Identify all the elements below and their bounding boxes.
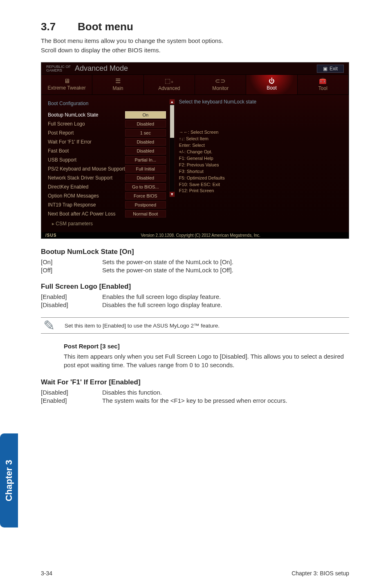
option-description: [On]Sets the power-on state of the NumLo…	[41, 258, 349, 265]
footer-chapter: Chapter 3: BIOS setup	[291, 570, 349, 577]
option-row[interactable]: Next Boot after AC Power LossNormal Boot	[47, 209, 167, 218]
list-icon: ☰	[94, 77, 141, 85]
monitor-icon: ⊂⊃	[197, 77, 244, 85]
intro-line: The Boot menu items allow you to change …	[41, 36, 349, 46]
bios-section-title: Boot Configuration	[47, 99, 167, 110]
option-description: [Enabled]Enables the full screen logo di…	[41, 293, 349, 300]
bios-mode: Advanced Mode	[75, 64, 128, 73]
exit-button[interactable]: ▣ Exit	[317, 65, 344, 73]
option-row[interactable]: Post Report1 sec	[47, 128, 167, 137]
option-description: [Enabled]The system waits for the <F1> k…	[41, 397, 349, 404]
note-icon: ✎	[43, 317, 55, 334]
page-number: 3-34	[41, 570, 52, 577]
submenu-csm[interactable]: CSM parameters	[47, 221, 167, 227]
scroll-thumb[interactable]	[170, 105, 174, 138]
tab-tool[interactable]: 🧰Tool	[298, 75, 349, 94]
bios-brand: REPUBLIC OF GAMERS	[46, 65, 71, 72]
body-text: This item appears only when you set Full…	[64, 352, 349, 369]
note-callout: ✎ Set this item to [Enabled] to use the …	[41, 317, 349, 334]
intro-text: The Boot menu items allow you to change …	[41, 36, 349, 55]
option-row[interactable]: Fast BootDisabled	[47, 146, 167, 155]
exit-icon: ▣	[323, 66, 327, 72]
option-row[interactable]: Full Screen LogoDisabled	[47, 119, 167, 128]
page-footer: 3-34 Chapter 3: BIOS setup	[0, 570, 390, 577]
note-text: Set this item to [Enabled] to use the AS…	[65, 323, 220, 329]
option-row[interactable]: PS/2 Keyboard and Mouse SupportFull Init…	[47, 164, 167, 173]
scroll-up-icon[interactable]: ▲	[170, 99, 175, 104]
bios-window: REPUBLIC OF GAMERS Advanced Mode ▣ Exit …	[41, 62, 349, 239]
bios-footer-text: Version 2.10.1208. Copyright (C) 2012 Am…	[141, 233, 260, 238]
section-heading: 3.7Boot menu	[41, 20, 349, 33]
bios-key-help: →←: Select Screen ↑↓: Select Item Enter:…	[179, 129, 343, 194]
tool-icon: 🧰	[299, 77, 347, 85]
intro-line: Scroll down to display the other BIOS it…	[41, 46, 349, 55]
option-row[interactable]: Network Stack Driver SupportDisabled	[47, 173, 167, 182]
option-description: [Disabled]Disables this function.	[41, 389, 349, 396]
subsection-title: Full Screen Logo [Enabled]	[41, 283, 349, 291]
option-row[interactable]: DirectKey EnabledGo to BIOS...	[47, 182, 167, 191]
scroll-down-icon[interactable]: ▼	[170, 192, 175, 197]
chapter-side-tab: Chapter 3	[0, 433, 18, 527]
option-row[interactable]: INT19 Trap ResponsePostponed	[47, 200, 167, 209]
advanced-icon: ⬚₊	[146, 77, 193, 85]
tab-advanced[interactable]: ⬚₊Advanced	[144, 75, 195, 94]
tab-main[interactable]: ☰Main	[92, 75, 143, 94]
option-description: [Disabled]Disables the full screen logo …	[41, 301, 349, 308]
bios-footer-brand: /SUS	[45, 233, 56, 238]
subsection-title: Bootup NumLock State [On]	[41, 248, 349, 256]
option-row[interactable]: USB SupportPartial In...	[47, 155, 167, 164]
tweaker-icon: 🖥	[43, 77, 90, 84]
subsection-title: Post Report [3 sec]	[64, 343, 349, 350]
bios-tabs: 🖥Extreme Tweaker ☰Main ⬚₊Advanced ⊂⊃Moni…	[41, 75, 349, 95]
power-icon: ⏻	[248, 77, 295, 84]
option-description: [Off]Sets the power-on state of the NumL…	[41, 267, 349, 274]
section-number: 3.7	[41, 20, 78, 33]
section-title: Boot menu	[78, 20, 133, 33]
option-row[interactable]: Option ROM MessagesForce BIOS	[47, 191, 167, 200]
bios-help-text: Select the keyboard NumLock state	[179, 99, 343, 105]
tab-extreme-tweaker[interactable]: 🖥Extreme Tweaker	[41, 75, 92, 94]
option-row[interactable]: Wait For 'F1' If ErrorDisabled	[47, 137, 167, 146]
tab-boot[interactable]: ⏻Boot	[246, 75, 297, 94]
option-row[interactable]: Bootup NumLock StateOn	[47, 110, 167, 119]
tab-monitor[interactable]: ⊂⊃Monitor	[195, 75, 246, 94]
subsection-title: Wait For 'F1' If Error [Enabled]	[41, 378, 349, 386]
bios-scrollbar[interactable]: ▲ ▼	[169, 99, 175, 197]
